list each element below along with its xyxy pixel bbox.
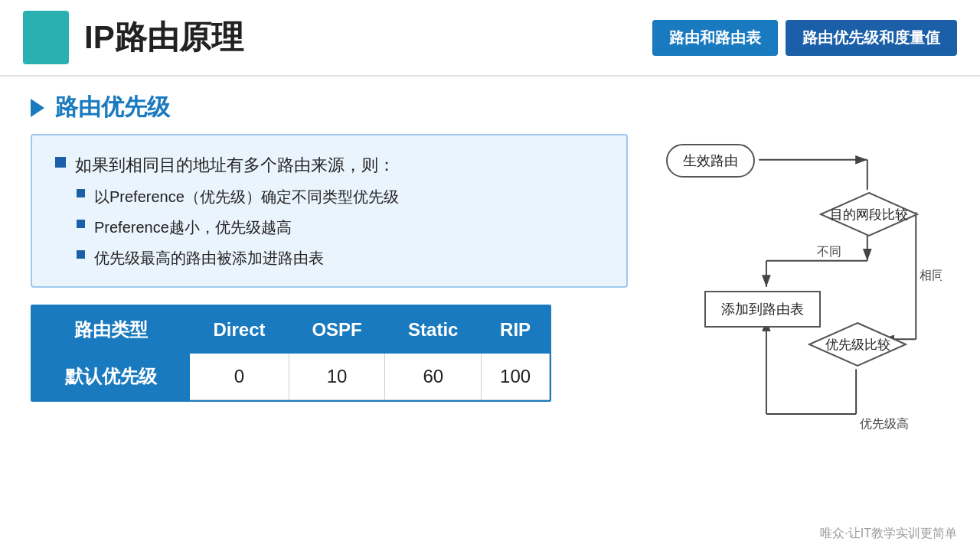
priority-table: 路由类型 Direct OSPF Static RIP 默认优先级 0 10 6… — [31, 305, 551, 402]
bullet-sub1 — [77, 189, 85, 197]
svg-text:相同: 相同 — [920, 269, 942, 282]
info-sub1: 以Preference（优先级）确定不同类型优先级 — [55, 185, 603, 208]
col-header-type: 路由类型 — [33, 307, 190, 354]
node-compare1: 目的网段比较 — [819, 191, 919, 237]
bullet-sub2 — [77, 220, 85, 228]
col-header-ospf: OSPF — [289, 307, 385, 354]
tag-priority[interactable]: 路由优先级和度量值 — [786, 20, 957, 56]
val-direct: 0 — [190, 354, 289, 400]
right-panel: 不同 相同 优先级高 生效路由 目的网段比较 添加到路由表 — [651, 92, 949, 444]
header-tags: 路由和路由表 路由优先级和度量值 — [652, 20, 957, 56]
section-heading: 路由优先级 — [31, 92, 628, 123]
table-header-row: 路由类型 Direct OSPF Static RIP — [33, 307, 550, 354]
bullet-main — [55, 157, 66, 168]
main-content: 路由优先级 如果到相同目的地址有多个路由来源，则： 以Preference（优先… — [0, 77, 980, 459]
node-add: 添加到路由表 — [704, 291, 821, 328]
bullet-sub3 — [77, 250, 85, 259]
section-title: 路由优先级 — [55, 92, 170, 123]
header: IP路由原理 路由和路由表 路由优先级和度量值 — [0, 0, 980, 77]
row-label: 默认优先级 — [33, 354, 190, 400]
arrow-icon — [31, 99, 44, 117]
val-static: 60 — [385, 354, 482, 400]
col-header-rip: RIP — [482, 307, 550, 354]
val-rip: 100 — [482, 354, 550, 400]
left-panel: 路由优先级 如果到相同目的地址有多个路由来源，则： 以Preference（优先… — [31, 92, 628, 444]
header-accent-bar — [23, 11, 69, 64]
info-sub3: 优先级最高的路由被添加进路由表 — [55, 246, 603, 269]
col-header-direct: Direct — [190, 307, 289, 354]
flowchart: 不同 相同 优先级高 生效路由 目的网段比较 添加到路由表 — [651, 122, 942, 444]
val-ospf: 10 — [289, 354, 385, 400]
node-compare2: 优先级比较 — [808, 321, 907, 367]
tag-routing[interactable]: 路由和路由表 — [652, 20, 778, 56]
info-main: 如果到相同目的地址有多个路由来源，则： — [55, 152, 603, 178]
col-header-static: Static — [385, 307, 482, 354]
page-title: IP路由原理 — [84, 16, 243, 59]
svg-text:优先级高: 优先级高 — [860, 417, 909, 430]
info-box: 如果到相同目的地址有多个路由来源，则： 以Preference（优先级）确定不同… — [31, 134, 628, 288]
info-sub2: Preference越小，优先级越高 — [55, 216, 603, 239]
svg-text:不同: 不同 — [817, 245, 841, 258]
footer: 唯众·让IT教学实训更简单 — [820, 526, 957, 542]
table-data-row: 默认优先级 0 10 60 100 — [33, 354, 550, 400]
node-start: 生效路由 — [666, 144, 755, 178]
